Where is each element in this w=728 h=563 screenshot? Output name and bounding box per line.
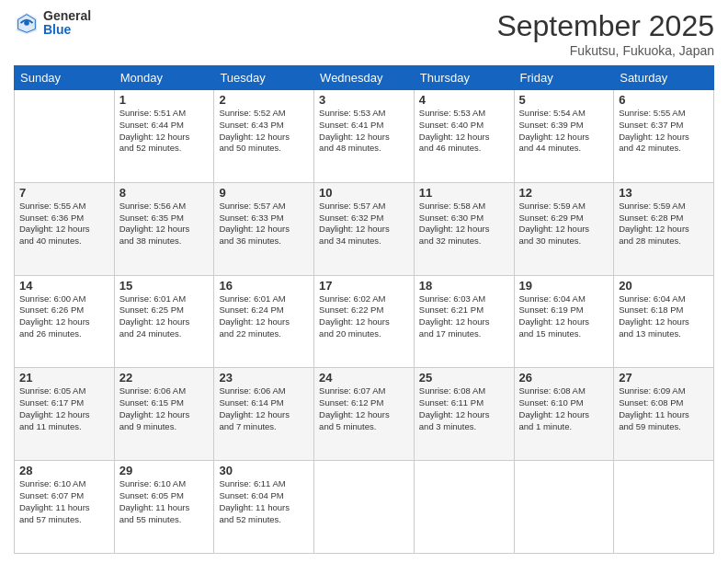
calendar-cell: 22Sunrise: 6:06 AM Sunset: 6:15 PM Dayli…: [114, 368, 214, 461]
day-info: Sunrise: 6:04 AM Sunset: 6:19 PM Dayligh…: [519, 293, 609, 340]
calendar-cell: 3Sunrise: 5:53 AM Sunset: 6:41 PM Daylig…: [314, 90, 415, 183]
calendar-cell: 10Sunrise: 5:57 AM Sunset: 6:32 PM Dayli…: [314, 182, 415, 275]
week-row-1: 1Sunrise: 5:51 AM Sunset: 6:44 PM Daylig…: [15, 90, 714, 183]
logo: General Blue: [14, 9, 91, 38]
day-header-sunday: Sunday: [15, 66, 115, 90]
day-number: 21: [19, 371, 109, 385]
day-number: 25: [419, 371, 509, 385]
calendar-cell: 16Sunrise: 6:01 AM Sunset: 6:24 PM Dayli…: [214, 275, 314, 368]
calendar-cell: 9Sunrise: 5:57 AM Sunset: 6:33 PM Daylig…: [214, 182, 314, 275]
week-row-5: 28Sunrise: 6:10 AM Sunset: 6:07 PM Dayli…: [15, 461, 714, 554]
day-number: 5: [519, 93, 609, 107]
day-info: Sunrise: 6:03 AM Sunset: 6:21 PM Dayligh…: [419, 293, 509, 340]
day-number: 7: [19, 186, 109, 200]
day-info: Sunrise: 5:52 AM Sunset: 6:43 PM Dayligh…: [219, 108, 309, 155]
day-number: 26: [519, 371, 609, 385]
calendar-cell: 20Sunrise: 6:04 AM Sunset: 6:18 PM Dayli…: [614, 275, 714, 368]
logo-icon: [14, 10, 40, 36]
day-number: 23: [219, 371, 309, 385]
day-header-friday: Friday: [514, 66, 614, 90]
calendar-cell: 24Sunrise: 6:07 AM Sunset: 6:12 PM Dayli…: [314, 368, 415, 461]
day-info: Sunrise: 5:59 AM Sunset: 6:29 PM Dayligh…: [519, 201, 609, 247]
calendar-cell: 30Sunrise: 6:11 AM Sunset: 6:04 PM Dayli…: [214, 461, 314, 554]
header-row: SundayMondayTuesdayWednesdayThursdayFrid…: [15, 66, 714, 90]
calendar-cell: [614, 461, 714, 554]
calendar-cell: 18Sunrise: 6:03 AM Sunset: 6:21 PM Dayli…: [414, 275, 514, 368]
day-number: 3: [319, 93, 409, 107]
day-number: 17: [319, 279, 409, 293]
calendar-table: SundayMondayTuesdayWednesdayThursdayFrid…: [14, 65, 714, 554]
day-number: 12: [519, 186, 609, 200]
calendar-cell: 28Sunrise: 6:10 AM Sunset: 6:07 PM Dayli…: [15, 461, 115, 554]
calendar-cell: [314, 461, 415, 554]
day-info: Sunrise: 6:11 AM Sunset: 6:04 PM Dayligh…: [219, 478, 309, 525]
day-number: 20: [619, 279, 709, 293]
day-info: Sunrise: 6:10 AM Sunset: 6:05 PM Dayligh…: [119, 478, 210, 525]
day-info: Sunrise: 6:10 AM Sunset: 6:07 PM Dayligh…: [19, 478, 109, 525]
day-info: Sunrise: 5:56 AM Sunset: 6:35 PM Dayligh…: [119, 201, 210, 247]
day-number: 6: [619, 93, 709, 107]
calendar-cell: 11Sunrise: 5:58 AM Sunset: 6:30 PM Dayli…: [414, 182, 514, 275]
calendar-cell: 4Sunrise: 5:53 AM Sunset: 6:40 PM Daylig…: [414, 90, 514, 183]
calendar-cell: 13Sunrise: 5:59 AM Sunset: 6:28 PM Dayli…: [614, 182, 714, 275]
calendar-cell: 21Sunrise: 6:05 AM Sunset: 6:17 PM Dayli…: [15, 368, 115, 461]
day-number: 29: [119, 464, 210, 477]
calendar-cell: 27Sunrise: 6:09 AM Sunset: 6:08 PM Dayli…: [614, 368, 714, 461]
day-info: Sunrise: 5:54 AM Sunset: 6:39 PM Dayligh…: [519, 108, 609, 155]
calendar-cell: 6Sunrise: 5:55 AM Sunset: 6:37 PM Daylig…: [614, 90, 714, 183]
calendar-cell: 19Sunrise: 6:04 AM Sunset: 6:19 PM Dayli…: [514, 275, 614, 368]
calendar-cell: 23Sunrise: 6:06 AM Sunset: 6:14 PM Dayli…: [214, 368, 314, 461]
day-info: Sunrise: 5:59 AM Sunset: 6:28 PM Dayligh…: [619, 201, 709, 247]
day-number: 8: [119, 186, 210, 200]
calendar-subtitle: Fukutsu, Fukuoka, Japan: [496, 43, 714, 58]
week-row-4: 21Sunrise: 6:05 AM Sunset: 6:17 PM Dayli…: [15, 368, 714, 461]
calendar-cell: [514, 461, 614, 554]
day-number: 18: [419, 279, 509, 293]
day-info: Sunrise: 6:08 AM Sunset: 6:10 PM Dayligh…: [519, 385, 609, 432]
day-info: Sunrise: 5:57 AM Sunset: 6:32 PM Dayligh…: [319, 201, 409, 247]
day-number: 2: [219, 93, 309, 107]
calendar-cell: 12Sunrise: 5:59 AM Sunset: 6:29 PM Dayli…: [514, 182, 614, 275]
week-row-3: 14Sunrise: 6:00 AM Sunset: 6:26 PM Dayli…: [15, 275, 714, 368]
day-number: 15: [119, 279, 210, 293]
svg-point-2: [24, 21, 29, 27]
day-info: Sunrise: 6:06 AM Sunset: 6:15 PM Dayligh…: [119, 385, 210, 432]
day-number: 24: [319, 371, 409, 385]
day-info: Sunrise: 5:55 AM Sunset: 6:37 PM Dayligh…: [619, 108, 709, 155]
day-number: 13: [619, 186, 709, 200]
calendar-cell: 1Sunrise: 5:51 AM Sunset: 6:44 PM Daylig…: [114, 90, 214, 183]
day-info: Sunrise: 6:05 AM Sunset: 6:17 PM Dayligh…: [19, 385, 109, 432]
day-info: Sunrise: 6:06 AM Sunset: 6:14 PM Dayligh…: [219, 385, 309, 432]
day-info: Sunrise: 6:01 AM Sunset: 6:25 PM Dayligh…: [119, 293, 210, 340]
calendar-title: September 2025: [496, 9, 714, 43]
day-number: 14: [19, 279, 109, 293]
title-section: September 2025 Fukutsu, Fukuoka, Japan: [496, 9, 714, 58]
day-info: Sunrise: 5:55 AM Sunset: 6:36 PM Dayligh…: [19, 201, 109, 247]
day-number: 19: [519, 279, 609, 293]
day-number: 10: [319, 186, 409, 200]
calendar-cell: 17Sunrise: 6:02 AM Sunset: 6:22 PM Dayli…: [314, 275, 415, 368]
calendar-cell: 8Sunrise: 5:56 AM Sunset: 6:35 PM Daylig…: [114, 182, 214, 275]
calendar-cell: 5Sunrise: 5:54 AM Sunset: 6:39 PM Daylig…: [514, 90, 614, 183]
week-row-2: 7Sunrise: 5:55 AM Sunset: 6:36 PM Daylig…: [15, 182, 714, 275]
day-header-tuesday: Tuesday: [214, 66, 314, 90]
page: General Blue September 2025 Fukutsu, Fuk…: [0, 0, 728, 563]
calendar-cell: 15Sunrise: 6:01 AM Sunset: 6:25 PM Dayli…: [114, 275, 214, 368]
day-info: Sunrise: 6:02 AM Sunset: 6:22 PM Dayligh…: [319, 293, 409, 340]
calendar-cell: 29Sunrise: 6:10 AM Sunset: 6:05 PM Dayli…: [114, 461, 214, 554]
header: General Blue September 2025 Fukutsu, Fuk…: [14, 9, 714, 58]
calendar-cell: [414, 461, 514, 554]
day-header-monday: Monday: [114, 66, 214, 90]
calendar-cell: [15, 90, 115, 183]
day-info: Sunrise: 6:09 AM Sunset: 6:08 PM Dayligh…: [619, 385, 709, 432]
day-number: 4: [419, 93, 509, 107]
calendar-cell: 7Sunrise: 5:55 AM Sunset: 6:36 PM Daylig…: [15, 182, 115, 275]
day-number: 9: [219, 186, 309, 200]
day-info: Sunrise: 5:57 AM Sunset: 6:33 PM Dayligh…: [219, 201, 309, 247]
calendar-cell: 26Sunrise: 6:08 AM Sunset: 6:10 PM Dayli…: [514, 368, 614, 461]
day-info: Sunrise: 5:58 AM Sunset: 6:30 PM Dayligh…: [419, 201, 509, 247]
day-header-wednesday: Wednesday: [314, 66, 415, 90]
day-info: Sunrise: 6:00 AM Sunset: 6:26 PM Dayligh…: [19, 293, 109, 340]
day-number: 28: [19, 464, 109, 477]
day-number: 27: [619, 371, 709, 385]
